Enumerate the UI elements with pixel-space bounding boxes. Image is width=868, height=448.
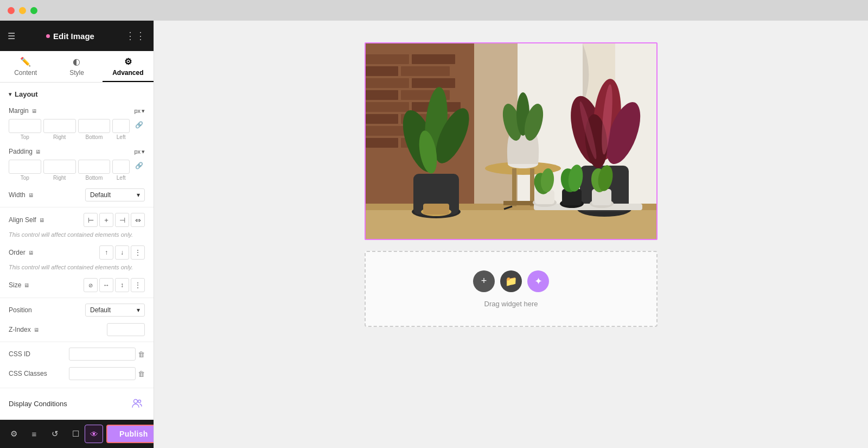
layers-icon-btn[interactable]: ≡: [25, 425, 43, 443]
tabs-bar: ✏️ Content ◐ Style ⚙ Advanced: [0, 51, 154, 83]
margin-link-icon[interactable]: 🔗: [133, 118, 145, 132]
align-left-btn[interactable]: ⊢: [84, 213, 98, 227]
svg-rect-32: [530, 168, 534, 206]
responsive-icon: ☐: [72, 429, 79, 439]
padding-inputs: Top Right Bottom Left 🔗: [0, 159, 154, 185]
layout-section-label: Layout: [15, 90, 38, 98]
z-responsive-icon: 🖥: [34, 327, 39, 333]
hamburger-icon[interactable]: ☰: [8, 31, 15, 41]
sidebar-footer: ⚙ ≡ ↺ ☐ 👁 Publish ▲: [0, 420, 154, 448]
size-none-btn[interactable]: ⊘: [84, 278, 98, 292]
padding-left-input[interactable]: [112, 160, 130, 174]
size-row: Size 🖥 ⊘ ↔ ↕ ⋮: [0, 275, 154, 295]
display-conditions-label: Display Conditions: [9, 400, 67, 408]
style-tab-icon: ◐: [73, 56, 80, 67]
width-select-chevron: ▾: [137, 191, 140, 199]
drop-zone[interactable]: + 📁 ✦ Drag widget here: [365, 251, 658, 327]
margin-row: Margin 🖥 px ▾: [0, 104, 154, 118]
svg-rect-5: [412, 54, 455, 64]
size-more-btn[interactable]: ⋮: [131, 278, 145, 292]
size-shrink-btn[interactable]: ↕: [115, 278, 129, 292]
svg-rect-4: [366, 54, 409, 64]
padding-responsive-icon: 🖥: [35, 149, 41, 155]
size-responsive-icon: 🖥: [24, 282, 29, 288]
margin-unit-select[interactable]: px ▾: [134, 108, 145, 115]
padding-right-input[interactable]: [43, 160, 76, 174]
traffic-light-red[interactable]: [8, 7, 15, 14]
image-widget[interactable]: [365, 42, 658, 240]
padding-row: Padding 🖥 px ▾: [0, 144, 154, 159]
add-widget-btn[interactable]: +: [473, 270, 495, 292]
tab-style[interactable]: ◐ Style: [51, 51, 102, 82]
margin-top-input[interactable]: [9, 119, 41, 133]
margin-left-input[interactable]: [112, 119, 130, 133]
tab-style-label: Style: [69, 69, 84, 77]
settings-icon-btn[interactable]: ⚙: [4, 425, 23, 443]
padding-link-icon[interactable]: 🔗: [133, 159, 145, 173]
padding-unit-select[interactable]: px ▾: [134, 148, 145, 155]
people-icon: [131, 397, 143, 409]
tab-content[interactable]: ✏️ Content: [0, 51, 51, 82]
history-icon-btn[interactable]: ↺: [46, 425, 64, 443]
css-id-label: CSS ID: [9, 350, 30, 358]
display-conditions-icon-btn[interactable]: [130, 396, 145, 411]
svg-rect-18: [366, 138, 398, 148]
width-select[interactable]: Default ▾: [85, 188, 145, 201]
css-id-row: CSS ID 🗑: [0, 344, 154, 364]
advanced-tab-icon: ⚙: [124, 56, 132, 67]
sidebar-title: Edit Image: [53, 31, 94, 41]
layers-icon: ≡: [32, 430, 37, 439]
padding-left-label: Left: [117, 175, 126, 181]
traffic-light-green[interactable]: [30, 7, 37, 14]
browse-templates-btn[interactable]: 📁: [500, 270, 522, 292]
traffic-light-yellow[interactable]: [19, 7, 26, 14]
ai-btn[interactable]: ✦: [527, 270, 549, 292]
size-buttons: ⊘ ↔ ↕ ⋮: [84, 278, 145, 292]
publish-button[interactable]: Publish: [106, 425, 154, 443]
z-index-row: Z-Index 🖥: [0, 320, 154, 339]
width-row: Width 🖥 Default ▾: [0, 185, 154, 205]
align-right-btn[interactable]: ⊣: [115, 213, 129, 227]
margin-bottom-input[interactable]: [78, 119, 111, 133]
align-center-btn[interactable]: +: [99, 213, 113, 227]
window-chrome: [0, 0, 868, 21]
padding-bottom-label: Bottom: [86, 175, 103, 181]
css-id-trash-icon[interactable]: 🗑: [138, 350, 145, 358]
svg-rect-9: [412, 78, 455, 88]
pink-dot: [46, 34, 50, 38]
margin-right-input[interactable]: [43, 119, 76, 133]
chevron-down-icon: ▾: [9, 91, 11, 97]
css-classes-input-wrap: 🗑: [69, 367, 145, 380]
order-more-btn[interactable]: ⋮: [131, 245, 145, 260]
responsive-icon-btn[interactable]: ☐: [66, 425, 85, 443]
align-responsive-icon: 🖥: [39, 217, 44, 223]
svg-rect-14: [366, 114, 398, 124]
svg-point-0: [134, 400, 138, 403]
margin-inputs: Top Right Bottom Left 🔗: [0, 118, 154, 144]
order-down-btn[interactable]: ↓: [115, 245, 129, 260]
grid-icon[interactable]: ⋮⋮: [125, 30, 146, 42]
padding-top-input[interactable]: [9, 160, 41, 174]
tab-advanced[interactable]: ⚙ Advanced: [103, 51, 154, 82]
history-icon: ↺: [52, 429, 59, 439]
css-classes-trash-icon[interactable]: 🗑: [138, 370, 145, 378]
order-up-btn[interactable]: ↑: [99, 245, 113, 260]
eye-icon-btn[interactable]: 👁: [85, 425, 103, 443]
align-stretch-btn[interactable]: ⇔: [131, 213, 145, 227]
display-conditions-section: Display Conditions: [0, 388, 154, 419]
svg-rect-12: [366, 102, 409, 112]
position-row: Position Default ▾: [0, 300, 154, 320]
size-label: Size 🖥: [9, 281, 29, 289]
content-tab-icon: ✏️: [20, 56, 31, 67]
size-expand-btn[interactable]: ↔: [99, 278, 113, 292]
footer-icon-group: ⚙ ≡ ↺ ☐: [4, 425, 85, 443]
drop-zone-buttons: + 📁 ✦: [473, 270, 549, 292]
padding-bottom-input[interactable]: [78, 160, 111, 174]
css-classes-input[interactable]: [69, 367, 136, 380]
css-id-input[interactable]: [69, 348, 136, 361]
sidebar: ☰ Edit Image ⋮⋮ ✏️ Content ◐ Style ⚙ Adv…: [0, 21, 154, 448]
padding-top-label: Top: [21, 175, 29, 181]
z-index-input[interactable]: [107, 323, 145, 336]
margin-unit-chevron: ▾: [142, 108, 145, 115]
position-select[interactable]: Default ▾: [85, 304, 145, 317]
